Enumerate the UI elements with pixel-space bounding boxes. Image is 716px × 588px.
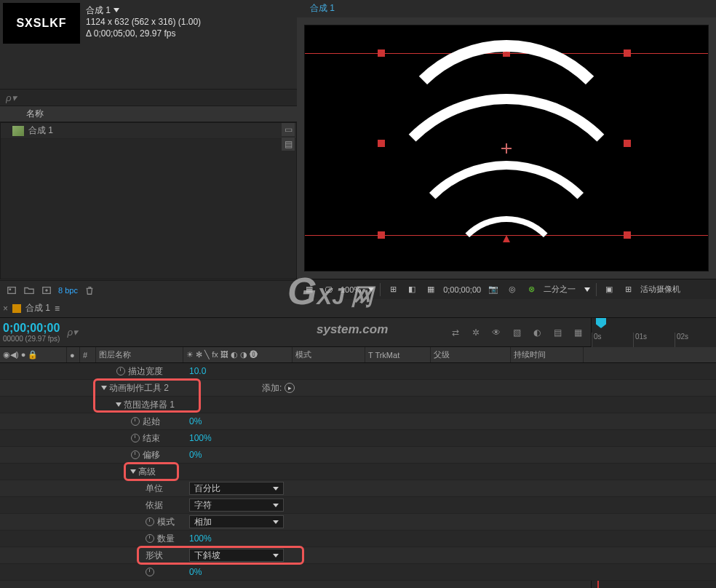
close-tab-icon[interactable]: ×	[3, 303, 8, 314]
graph-editor-icon[interactable]: ▤	[550, 326, 565, 339]
stopwatch-icon[interactable]	[131, 417, 140, 426]
chevron-down-icon	[273, 520, 279, 524]
disclosure-icon[interactable]	[101, 386, 107, 390]
bpc-label[interactable]: 8 bpc	[58, 286, 78, 295]
label-col[interactable]: ●	[67, 347, 80, 362]
timecode[interactable]: 0;00;00;00	[3, 322, 60, 335]
shy-icon[interactable]: 👁	[489, 326, 504, 339]
svg-rect-0	[8, 287, 16, 293]
prop-units[interactable]: 单位 百分比	[0, 480, 716, 497]
project-item-label: 合成 1	[28, 124, 53, 137]
prop-based-on[interactable]: 依据 字符	[0, 497, 716, 514]
composition-icon	[12, 126, 24, 136]
prop-offset[interactable]: 偏移 0%	[0, 447, 716, 464]
add-property-icon[interactable]: ▸	[285, 383, 295, 393]
switches-col[interactable]: ☀ ✻ ╲ fx 🖽 ◐ ◑ 🅞	[183, 347, 293, 362]
prop-value[interactable]: 10.0	[189, 366, 206, 376]
draft3d-icon[interactable]: ✲	[469, 326, 483, 339]
mini-flowchart-icon[interactable]: ⇄	[448, 326, 463, 339]
timeline-tab[interactable]: 合成 1	[25, 302, 50, 314]
disclosure-icon[interactable]	[116, 402, 122, 407]
composition-viewer[interactable]	[304, 25, 709, 271]
camera-dropdown[interactable]: 活动摄像机	[640, 284, 680, 295]
units-dropdown[interactable]: 百分比	[189, 482, 284, 495]
trkmat-col[interactable]: T TrkMat	[365, 347, 431, 362]
basedon-dropdown[interactable]: 字符	[189, 498, 284, 512]
comp-duration: 0;00;05;00, 29.97 fps	[94, 28, 176, 39]
zoom-value[interactable]: 100%	[341, 285, 361, 294]
chevron-down-icon[interactable]	[368, 287, 374, 292]
timeline-panel: × 合成 1 ≡ 0;00;00;00 00000 (29.97 fps) ⇄ …	[0, 299, 716, 588]
layer-name-col[interactable]: 图层名称	[96, 347, 183, 362]
stopwatch-icon[interactable]	[146, 534, 154, 543]
project-panel: SXSLKF 合成 1 1124 x 632 (562 x 316) (1.00…	[0, 0, 297, 299]
stopwatch-icon[interactable]	[131, 434, 140, 442]
prop-smoothness[interactable]: 0%	[0, 564, 716, 581]
motion-blur-icon[interactable]: ◐	[530, 326, 544, 339]
project-search[interactable]	[0, 89, 297, 106]
project-info: 合成 1 1124 x 632 (562 x 316) (1.00) Δ 0;0…	[80, 3, 207, 42]
search-input[interactable]	[3, 92, 294, 103]
comp-name[interactable]: 合成 1	[86, 4, 111, 16]
prop-animator[interactable]: 动画制作工具 2 添加:▸	[0, 380, 716, 397]
prop-value[interactable]: 0%	[189, 416, 202, 426]
prop-mode[interactable]: 模式 相加	[0, 514, 716, 531]
prop-advanced[interactable]: 高级	[0, 464, 716, 480]
folder-icon[interactable]	[23, 285, 35, 295]
grid-icon[interactable]: ▦	[303, 284, 316, 295]
viewer-tab-active[interactable]: 合成 1	[303, 0, 342, 19]
prop-amount[interactable]: 数量 100%	[0, 531, 716, 547]
chevron-down-icon[interactable]	[114, 8, 119, 12]
timeline-columns: ◉◀) ● 🔒 ● # 图层名称 ☀ ✻ ╲ fx 🖽 ◐ ◑ 🅞 模式 T T…	[0, 347, 716, 363]
project-thumbnail: SXSLKF	[3, 3, 80, 44]
timeline-search[interactable]	[67, 327, 125, 338]
search-input[interactable]	[67, 327, 125, 338]
frame-blend-icon[interactable]: ▧	[509, 326, 524, 339]
prop-end[interactable]: 结束 100%	[0, 430, 716, 447]
index-col[interactable]: #	[80, 347, 96, 362]
shape-dropdown[interactable]: 下斜坡	[189, 549, 284, 562]
project-toolbar: 8 bpc	[0, 280, 297, 299]
new-comp-icon[interactable]	[41, 285, 52, 295]
chevron-down-icon	[273, 554, 279, 557]
prop-value[interactable]: 0%	[189, 567, 202, 577]
prop-range-selector[interactable]: 范围选择器 1	[0, 397, 716, 413]
comp-dimensions: 1124 x 632 (562 x 316) (1.00)	[86, 16, 201, 28]
monitor-icon[interactable]: 🖵	[322, 284, 335, 295]
prop-stroke-width[interactable]: 描边宽度 10.0	[0, 363, 716, 380]
interpret-icon[interactable]	[6, 285, 17, 295]
project-item[interactable]: 合成 1	[1, 123, 296, 139]
stopwatch-icon[interactable]	[131, 450, 140, 459]
viewer-tabs: 合成 1	[297, 0, 716, 17]
disclosure-icon[interactable]	[130, 469, 136, 474]
brainstorm-icon[interactable]: ▦	[570, 326, 585, 339]
stopwatch-icon[interactable]	[116, 367, 125, 376]
svg-point-3	[45, 289, 48, 292]
prop-start[interactable]: 起始 0%	[0, 413, 716, 430]
time-ruler[interactable]: 0s 01s 02s	[591, 318, 716, 347]
panel-icon[interactable]: ▭	[282, 123, 295, 136]
mode-col[interactable]: 模式	[293, 347, 365, 362]
trash-icon[interactable]	[84, 285, 95, 295]
text-arc	[448, 216, 565, 333]
project-column-name[interactable]: 名称	[0, 106, 297, 122]
svg-rect-1	[9, 288, 12, 290]
stopwatch-icon[interactable]	[146, 568, 154, 576]
tab-menu-icon[interactable]: ≡	[55, 303, 60, 314]
prop-shape[interactable]: 形状 下斜坡	[0, 547, 716, 564]
panel-icon[interactable]: ▤	[282, 138, 295, 151]
prop-value[interactable]: 100%	[189, 433, 212, 443]
prop-value[interactable]: 100%	[189, 533, 212, 544]
frame-count: 00000 (29.97 fps)	[3, 335, 60, 343]
av-toggles-col[interactable]: ◉◀) ● 🔒	[0, 347, 67, 362]
chevron-down-icon	[273, 504, 279, 507]
stopwatch-icon[interactable]	[146, 517, 154, 526]
comp-color-icon	[12, 304, 21, 313]
chevron-down-icon	[273, 487, 279, 490]
mode-dropdown[interactable]: 相加	[189, 515, 284, 528]
prop-value[interactable]: 0%	[189, 450, 202, 460]
playhead-icon[interactable]	[596, 318, 606, 328]
